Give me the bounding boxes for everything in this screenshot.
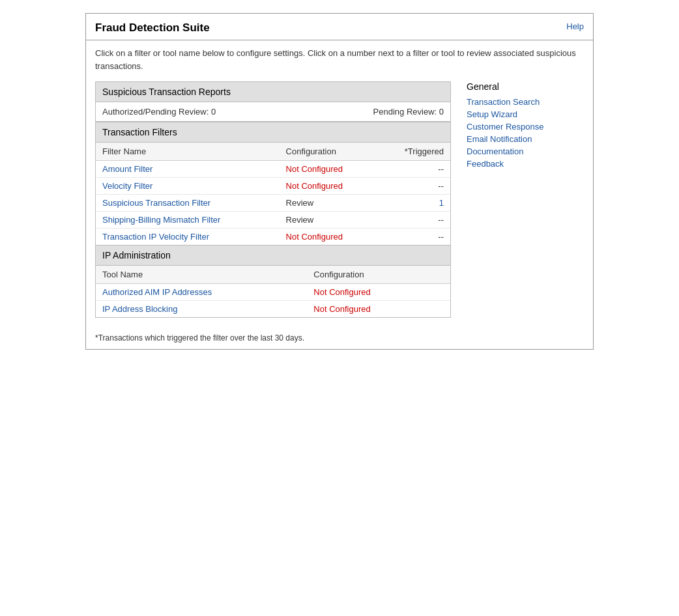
general-link[interactable]: Documentation bbox=[467, 147, 584, 156]
tool-config: Not Configured bbox=[307, 301, 427, 318]
transaction-filters-table: Filter Name Configuration *Triggered Amo… bbox=[96, 143, 450, 245]
tool-config: Not Configured bbox=[307, 284, 427, 301]
filter-table-header-row: Filter Name Configuration *Triggered bbox=[96, 143, 450, 161]
general-link[interactable]: Setup Wizard bbox=[467, 109, 584, 119]
authorized-label: Authorized/Pending Review: 0 bbox=[102, 107, 216, 117]
filter-triggered: -- bbox=[377, 161, 450, 178]
filter-config: Not Configured bbox=[280, 229, 377, 245]
ip-administration-header: IP Administration bbox=[96, 245, 450, 266]
filter-name-link[interactable]: Suspicious Transaction Filter bbox=[102, 198, 210, 208]
general-link[interactable]: Transaction Search bbox=[467, 97, 584, 107]
filter-triggered: -- bbox=[377, 229, 450, 245]
filter-config: Review bbox=[280, 195, 377, 212]
table-row: Shipping-Billing Mismatch FilterReview-- bbox=[96, 212, 450, 229]
page-title: Fraud Detection Suite bbox=[95, 21, 210, 35]
filter-name-link[interactable]: Transaction IP Velocity Filter bbox=[102, 232, 209, 242]
summary-row: Authorized/Pending Review: 0 Pending Rev… bbox=[96, 102, 450, 122]
filter-name-link[interactable]: Shipping-Billing Mismatch Filter bbox=[102, 215, 220, 225]
col-ip-configuration: Configuration bbox=[307, 266, 427, 284]
transaction-filters-section: Transaction Filters Filter Name Configur… bbox=[95, 122, 451, 245]
main-container: Fraud Detection Suite Help Click on a fi… bbox=[85, 13, 594, 350]
ip-administration-section: IP Administration Tool Name Configuratio… bbox=[95, 245, 451, 318]
filter-config: Not Configured bbox=[280, 161, 377, 178]
filter-triggered: -- bbox=[377, 212, 450, 229]
suspicious-reports-header: Suspicious Transaction Reports bbox=[96, 82, 450, 102]
table-row: Authorized AIM IP AddressesNot Configure… bbox=[96, 284, 450, 301]
general-link[interactable]: Customer Response bbox=[467, 122, 584, 132]
table-row: Amount FilterNot Configured-- bbox=[96, 161, 450, 178]
col-tool-name: Tool Name bbox=[96, 266, 307, 284]
general-link[interactable]: Feedback bbox=[467, 159, 584, 169]
description-text: Click on a filter or tool name below to … bbox=[86, 40, 593, 81]
general-link[interactable]: Email Notification bbox=[467, 134, 584, 144]
tool-name-link[interactable]: IP Address Blocking bbox=[102, 304, 177, 314]
general-links: Transaction SearchSetup WizardCustomer R… bbox=[467, 97, 584, 169]
general-title: General bbox=[467, 81, 584, 92]
left-panel: Suspicious Transaction Reports Authorize… bbox=[95, 81, 451, 318]
tool-name-link[interactable]: Authorized AIM IP Addresses bbox=[102, 287, 212, 297]
table-row: Velocity FilterNot Configured-- bbox=[96, 178, 450, 195]
pending-value: 0 bbox=[439, 107, 444, 117]
filter-triggered: 1 bbox=[377, 195, 450, 212]
table-row: IP Address BlockingNot Configured bbox=[96, 301, 450, 318]
authorized-value: 0 bbox=[211, 107, 216, 117]
header: Fraud Detection Suite Help bbox=[86, 14, 593, 40]
filter-triggered: -- bbox=[377, 178, 450, 195]
pending-label: Pending Review: 0 bbox=[373, 107, 444, 117]
col-triggered: *Triggered bbox=[377, 143, 450, 161]
suspicious-reports-section: Suspicious Transaction Reports Authorize… bbox=[95, 81, 451, 122]
table-row: Transaction IP Velocity FilterNot Config… bbox=[96, 229, 450, 245]
table-row: Suspicious Transaction FilterReview1 bbox=[96, 195, 450, 212]
right-panel: General Transaction SearchSetup WizardCu… bbox=[467, 81, 584, 318]
footnote: *Transactions which triggered the filter… bbox=[86, 327, 593, 349]
main-layout: Suspicious Transaction Reports Authorize… bbox=[86, 81, 593, 327]
filter-config: Review bbox=[280, 212, 377, 229]
filter-name-link[interactable]: Amount Filter bbox=[102, 164, 152, 174]
col-filter-name: Filter Name bbox=[96, 143, 280, 161]
filter-config: Not Configured bbox=[280, 178, 377, 195]
ip-admin-table: Tool Name Configuration Authorized AIM I… bbox=[96, 266, 450, 317]
ip-table-header-row: Tool Name Configuration bbox=[96, 266, 450, 284]
transaction-filters-header: Transaction Filters bbox=[96, 122, 450, 143]
filter-name-link[interactable]: Velocity Filter bbox=[102, 181, 152, 191]
triggered-link[interactable]: 1 bbox=[439, 198, 444, 208]
col-configuration: Configuration bbox=[280, 143, 377, 161]
help-link[interactable]: Help bbox=[566, 21, 584, 31]
